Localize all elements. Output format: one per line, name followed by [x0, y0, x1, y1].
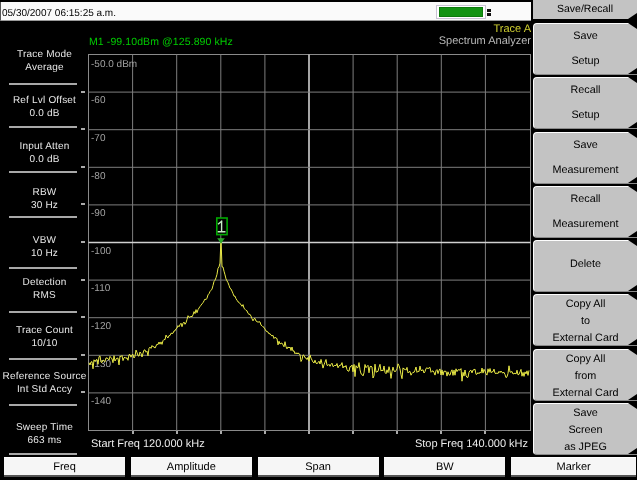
svg-text:-50.0 dBm: -50.0 dBm [91, 59, 137, 70]
svg-text:-110: -110 [91, 283, 111, 294]
svg-text:-60: -60 [91, 95, 106, 106]
svg-text:-100: -100 [91, 246, 111, 257]
svg-text:-70: -70 [91, 133, 106, 144]
svg-text:-140: -140 [91, 396, 111, 407]
svg-text:-120: -120 [91, 321, 111, 332]
svg-text:-80: -80 [91, 171, 106, 182]
svg-text:-90: -90 [91, 208, 106, 219]
